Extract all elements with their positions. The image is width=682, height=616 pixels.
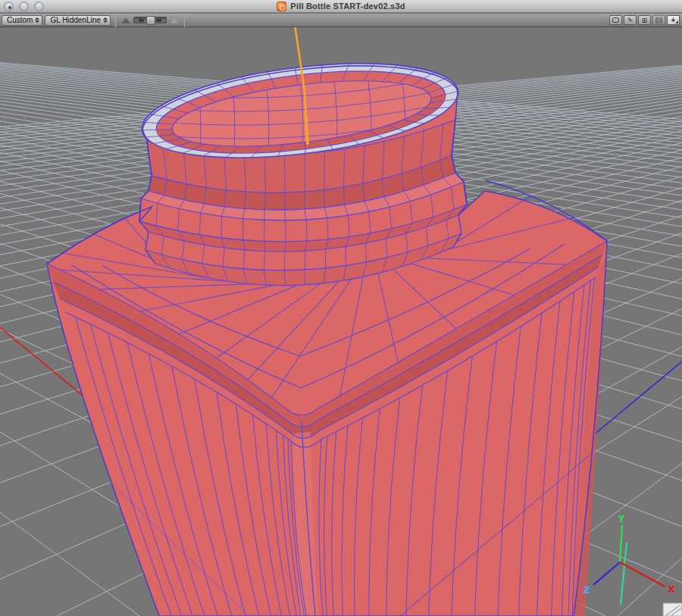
display-mode-popup[interactable]: GL HiddenLine <box>45 15 110 26</box>
window-title: Pill Bottle START-dev02.s3d <box>290 2 405 11</box>
title-bar[interactable]: Pill Bottle START-dev02.s3d <box>0 0 682 13</box>
modified-dot <box>8 6 11 9</box>
zoom-button[interactable] <box>34 2 44 11</box>
single-view-button[interactable] <box>609 15 622 25</box>
window-title-group: Pill Bottle START-dev02.s3d <box>277 2 405 11</box>
slider-handle[interactable] <box>146 16 155 25</box>
subdivision-slider[interactable] <box>133 17 167 23</box>
close-button[interactable] <box>4 2 14 11</box>
view-buttons: ✎ ⊞ + <box>609 15 680 25</box>
gizmo-y-label: Y <box>618 514 625 524</box>
app-window: Y X Z Pill Bottle START-dev02.s3d Custom… <box>0 0 682 616</box>
toolbar-separator <box>184 14 185 27</box>
display-mode-label: GL HiddenLine <box>50 16 100 24</box>
add-view-button[interactable]: + <box>667 15 680 25</box>
resize-grip[interactable] <box>663 603 682 616</box>
panes-icon <box>655 17 662 23</box>
gizmo-z-label: Z <box>583 585 590 596</box>
document-icon <box>277 2 286 11</box>
slider-mark <box>156 19 161 22</box>
toolbar-separator <box>115 14 116 27</box>
subdivision-high-icon[interactable] <box>170 17 179 23</box>
grid-split-icon: ⊞ <box>642 17 648 24</box>
subdivision-controls <box>118 17 182 23</box>
viewport-frame-icon <box>612 17 619 23</box>
subdivision-low-icon[interactable] <box>121 17 130 23</box>
traffic-lights <box>4 2 44 11</box>
popup-arrows-icon <box>103 17 108 23</box>
popup-arrows-icon <box>35 17 39 23</box>
viewport-canvas[interactable]: Y X Z <box>0 0 682 616</box>
pen-icon: ✎ <box>627 17 634 24</box>
camera-preset-popup[interactable]: Custom <box>2 15 42 26</box>
minimize-button[interactable] <box>19 2 29 11</box>
edit-view-button[interactable]: ✎ <box>624 15 637 25</box>
gizmo-x-label: X <box>668 584 675 595</box>
slider-mark <box>139 19 144 22</box>
panes-view-button[interactable] <box>652 15 665 25</box>
camera-preset-label: Custom <box>7 16 33 24</box>
corner-arrow-icon <box>675 20 678 23</box>
split-view-button[interactable]: ⊞ <box>638 15 651 25</box>
viewport-toolbar: Custom GL HiddenLine ✎ ⊞ + <box>0 14 682 27</box>
